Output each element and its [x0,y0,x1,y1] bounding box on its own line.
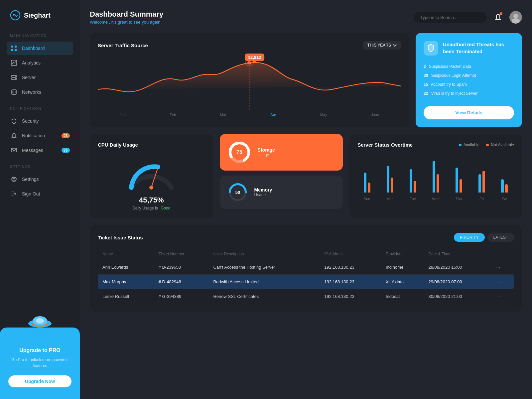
available-dot [459,144,462,146]
notification-icon [11,132,17,139]
bar-thu-available [456,168,458,193]
sidebar-item-notification[interactable]: Notification 23 [7,129,73,142]
threat-label-3: Virus is try to Inject Server [431,91,478,96]
month-apr: Apr [270,113,276,117]
logo-icon [10,10,21,21]
cell-provider-0: Indihome [381,260,424,275]
col-issue: Issue Description [208,248,320,260]
filter-latest-button[interactable]: LATEST [487,233,514,242]
sidebar-item-server[interactable]: Server [7,71,73,84]
messages-badge: 75 [62,148,70,153]
svg-point-29 [512,18,520,24]
cpu-value: 45,75% [139,196,164,204]
cell-datetime-0: 28/08/2020 16:00 [424,260,491,275]
traffic-line-svg [98,56,401,109]
bar-mon-not [391,178,393,193]
sidebar-item-dashboard[interactable]: Dashboard [7,42,73,55]
sidebar-item-security[interactable]: Security [7,114,73,128]
threat-icon-wrap: ! [424,41,438,56]
memory-card: 50 Memory Usage [220,176,343,209]
sidebar-item-signout[interactable]: Sign Out [7,187,73,200]
upgrade-card: Upgrade to PRO Go Pro to unlock more pow… [0,328,80,399]
label-wed: Wed [426,197,445,201]
user-avatar[interactable] [509,11,522,24]
svg-rect-14 [11,148,17,152]
cell-provider-2: Indosat [381,289,424,304]
storage-donut-svg: 75 [228,141,251,164]
bar-group-wed [426,161,445,193]
sidebar-item-label-server: Server [22,75,36,80]
threat-item-1: 30 Suspicious Login Attempt [424,71,514,80]
sidebar-item-networks[interactable]: Networks [7,85,73,99]
label-sun: Sun [357,197,376,201]
not-available-dot [486,144,489,146]
svg-point-8 [15,76,16,77]
cpu-status: Good [161,206,170,210]
svg-rect-1 [11,46,13,48]
row-actions-1[interactable]: ··· [491,275,514,289]
sidebar-item-messages[interactable]: Messages 75 [7,144,73,157]
cpu-card: CPU Daily Usage 45,75% Daily Usage is Go… [90,134,213,218]
traffic-chart: 12,812 [98,56,401,109]
memory-donut: 50 [228,182,248,202]
bar-day-labels: Sun Mon Tue Wed Thu Fri Sat [357,197,514,201]
svg-marker-25 [35,328,45,331]
bar-wed-not [437,174,439,193]
search-input[interactable] [414,12,487,23]
row-actions-0[interactable]: ··· [491,260,514,275]
view-details-button[interactable]: View Details [424,106,514,119]
row-actions-2[interactable]: ··· [491,289,514,304]
notification-button[interactable] [492,11,504,24]
svg-point-22 [39,326,41,328]
sidebar-item-analytics[interactable]: Analytics [7,56,73,69]
cell-name-1: Max Murphy [98,275,154,289]
upgrade-desc: Go Pro to unlock more powerfull features [8,357,71,369]
svg-point-21 [36,325,38,327]
storage-info: Storage Usage [258,147,275,157]
threat-header: ! Unauthorized Threats has been Terminat… [424,41,514,56]
month-mar: Mar [220,113,226,117]
cpu-label: Daily Usage is Good [132,206,170,210]
ticket-card: Ticket Issue Status PRIORITY LATEST Name… [90,225,522,312]
bar-group-tue [403,169,422,193]
col-ticket: Ticket Number [154,248,209,260]
sidebar-item-settings[interactable]: Settings [7,173,73,186]
server-icon [11,74,17,81]
sidebar-item-label-dashboard: Dashboard [22,46,45,51]
page-subtitle: Welcome , it's great to see you again [90,20,163,25]
settings-icon [11,176,17,183]
threat-num-0: 2 [424,64,426,69]
networks-icon [11,89,17,95]
mid-row: CPU Daily Usage 45,75% Daily Usage is Go… [90,134,522,218]
bar-thu-not [460,179,462,193]
sidebar-item-label-analytics: Analytics [22,60,41,66]
upgrade-now-button[interactable]: Upgrade Now [8,375,71,387]
welcome-text: Welcome [90,20,108,25]
nav-label-settings: SETTINGS [7,165,73,169]
logo-text: Sieghart [24,12,51,19]
page-title: Dashboard Summary [90,10,163,19]
bar-group-fri [472,171,491,193]
cell-ip-2: 192.168.130.23 [320,289,381,304]
ufo-illustration [25,311,55,331]
filter-priority-button[interactable]: PRIORITY [454,233,485,242]
bar-group-sun [357,173,376,193]
server-status-header: Server Status Overtime Available Not Ava… [357,142,514,148]
nav-label-main: MAIN NAVIGATION [7,34,73,38]
sidebar-item-label-messages: Messages [22,148,43,153]
threat-shield-icon: ! [426,44,436,53]
threat-num-1: 30 [424,73,428,78]
threat-num-3: 22 [424,91,428,96]
cpu-gauge [125,158,178,191]
year-filter-button[interactable]: THIS YEARS [363,41,401,50]
threat-list: 2 Suspicious Packet Data 30 Suspicious L… [424,62,514,98]
server-status-title: Server Status Overtime [357,142,413,148]
ticket-header: Ticket Issue Status PRIORITY LATEST [98,233,514,242]
sidebar-item-label-security: Security [22,118,39,124]
cell-datetime-1: 29/08/2020 07:00 [424,275,491,289]
svg-point-35 [149,186,153,190]
bar-fri-available [478,174,481,193]
bar-sun-available [364,173,366,193]
cell-ticket-1: # D-482948 [154,275,209,289]
sidebar-item-label-signout: Sign Out [22,191,40,197]
